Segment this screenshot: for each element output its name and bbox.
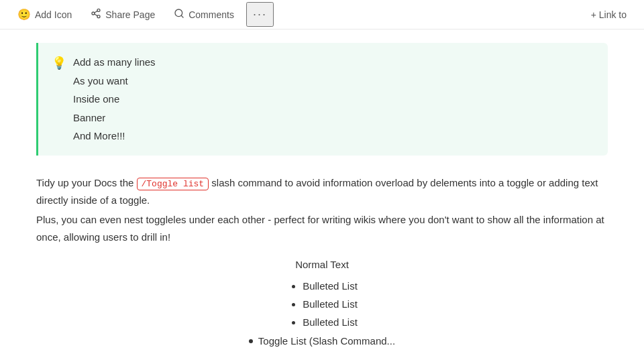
banner-line-3: Inside one [73,90,156,108]
banner-line-5: And More!!! [73,127,156,145]
list-item: Bulleted List [303,313,358,331]
banner-text-group: Add as many lines As you want Inside one… [73,54,156,145]
banner-line-4: Banner [73,109,156,127]
banner-line: 💡 Add as many lines As you want Inside o… [52,54,594,145]
main-content: 💡 Add as many lines As you want Inside o… [0,29,644,360]
search-icon [174,8,184,21]
center-section: Normal Text Bulleted List Bulleted List … [36,259,608,347]
link-to-label: + Link to [591,9,627,20]
banner-line-1: Add as many lines [73,54,156,71]
paragraph-1-start: Tidy up your Docs the [36,177,137,188]
smiley-icon: 🙂 [17,8,31,21]
list-item: Bulleted List [303,277,358,295]
more-button[interactable]: ··· [246,2,274,27]
banner-block: 💡 Add as many lines As you want Inside o… [36,43,608,156]
share-page-label: Share Page [105,9,155,20]
banner-line-2: As you want [73,72,156,90]
svg-line-4 [95,11,98,13]
link-to-button[interactable]: + Link to [584,5,633,24]
toolbar-right: + Link to [584,5,633,24]
paragraph-1: Tidy up your Docs the /Toggle list slash… [36,174,608,209]
add-icon-label: Add Icon [35,9,72,20]
comments-button[interactable]: Comments [167,4,241,25]
partial-item-label: Toggle List (Slash Command... [258,335,395,347]
toolbar: 🙂 Add Icon Share Page Comments ··· [0,0,644,29]
share-page-button[interactable]: Share Page [84,4,162,25]
svg-line-6 [181,15,183,17]
list-item: Bulleted List [303,295,358,313]
add-icon-button[interactable]: 🙂 Add Icon [11,4,78,25]
bullet-dot [249,339,253,343]
comments-label: Comments [189,9,234,20]
toggle-list-code: /Toggle list [137,178,209,190]
share-icon [91,8,101,21]
paragraph-2: Plus, you can even nest toggleles under … [36,211,608,245]
partial-item: Toggle List (Slash Command... [249,335,395,347]
svg-line-3 [95,14,98,16]
toolbar-left: 🙂 Add Icon Share Page Comments ··· [11,2,584,27]
bulb-icon: 💡 [52,54,66,73]
normal-text-label: Normal Text [295,259,349,270]
more-label: ··· [253,7,267,21]
bulleted-list: Bulleted List Bulleted List Bulleted Lis… [286,277,358,331]
